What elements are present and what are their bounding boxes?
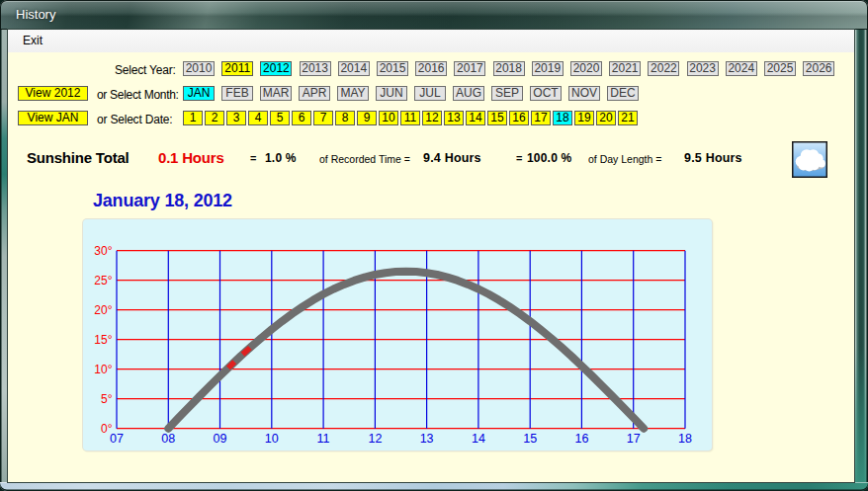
- svg-text:13: 13: [420, 432, 434, 446]
- svg-text:17: 17: [627, 432, 641, 446]
- svg-text:09: 09: [214, 432, 227, 446]
- svg-text:07: 07: [110, 432, 124, 446]
- svg-text:14: 14: [472, 432, 485, 446]
- svg-text:12: 12: [368, 432, 382, 446]
- svg-text:30°: 30°: [94, 244, 112, 258]
- svg-text:10°: 10°: [94, 363, 112, 376]
- svg-text:15: 15: [523, 432, 537, 446]
- svg-text:16: 16: [574, 432, 588, 446]
- svg-text:15°: 15°: [94, 333, 112, 347]
- svg-text:10: 10: [265, 432, 279, 446]
- svg-text:5°: 5°: [101, 392, 113, 406]
- svg-text:18: 18: [678, 432, 692, 446]
- svg-text:25°: 25°: [94, 274, 112, 287]
- svg-text:11: 11: [317, 432, 330, 446]
- svg-text:08: 08: [161, 432, 175, 446]
- svg-text:20°: 20°: [94, 303, 112, 317]
